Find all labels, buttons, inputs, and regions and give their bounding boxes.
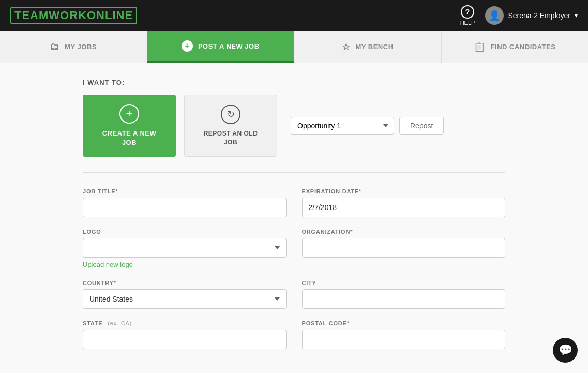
form-row-logo-org: LOGO Upload new logo ORGANIZATION* (83, 229, 505, 268)
logo-teamwork: TEAMWORK (14, 9, 87, 22)
tab-find-candidates[interactable]: 📋 FIND CANDIDATES (442, 31, 589, 63)
logo-select[interactable] (83, 238, 287, 258)
repost-old-job-label: REPOST AN OLD JOB (204, 129, 258, 147)
chat-icon: 💬 (559, 344, 572, 357)
city-label: CITY (302, 280, 506, 286)
job-title-label: JOB TITLE* (83, 188, 287, 195)
briefcase-icon: 🗂 (50, 41, 60, 52)
refresh-icon: ↻ (221, 105, 240, 124)
chat-bubble-button[interactable]: 💬 (553, 338, 578, 363)
main-content: I WANT TO: + CREATE A NEW JOB ↻ REPOST A… (0, 63, 588, 373)
section-divider (83, 172, 505, 173)
expiration-date-input[interactable] (302, 198, 506, 217)
logo-group: LOGO Upload new logo (83, 229, 287, 268)
form-row-title-expiry: JOB TITLE* EXPIRATION DATE* (83, 188, 505, 217)
postal-code-input[interactable] (302, 330, 506, 349)
expiration-date-group: EXPIRATION DATE* (302, 188, 506, 217)
user-menu[interactable]: 👤 Serena-2 Employer ▾ (485, 6, 578, 25)
postal-code-group: POSTAL CODE* (302, 320, 506, 349)
postal-code-label: POSTAL CODE* (302, 320, 506, 326)
organization-group: ORGANIZATION* (302, 229, 506, 268)
opportunity-select[interactable]: Opportunity 1 Opportunity 2 Opportunity … (291, 117, 394, 135)
state-input[interactable] (83, 330, 287, 349)
job-title-group: JOB TITLE* (83, 188, 287, 217)
header: TEAMWORKONLINE ? HELP 👤 Serena-2 Employe… (0, 0, 588, 31)
state-group: STATE (ex. CA) (83, 320, 287, 349)
tab-post-new-job[interactable]: + POST A NEW JOB (147, 31, 295, 63)
opportunity-area: Opportunity 1 Opportunity 2 Opportunity … (291, 117, 444, 135)
form-row-state-postal: STATE (ex. CA) POSTAL CODE* (83, 320, 505, 349)
city-group: CITY (302, 280, 506, 309)
create-plus-icon: + (119, 104, 139, 124)
tab-my-jobs-label: MY JOBS (65, 43, 97, 51)
candidates-icon: 📋 (474, 41, 486, 53)
logo-border: TEAMWORKONLINE (10, 7, 137, 24)
action-row: + CREATE A NEW JOB ↻ REPOST AN OLD JOB O… (83, 95, 505, 157)
logo-text: TEAMWORKONLINE (14, 9, 133, 22)
expiration-date-label: EXPIRATION DATE* (302, 188, 506, 195)
country-group: COUNTRY* United States Canada United Kin… (83, 280, 287, 309)
tab-my-bench-label: MY BENCH (355, 43, 393, 51)
organization-input[interactable] (302, 238, 506, 258)
nav-tabs: 🗂 MY JOBS + POST A NEW JOB ☆ MY BENCH 📋 … (0, 31, 588, 63)
logo-online: ONLINE (87, 9, 133, 22)
tab-my-jobs[interactable]: 🗂 MY JOBS (0, 31, 147, 63)
form-row-country-city: COUNTRY* United States Canada United Kin… (83, 280, 505, 309)
upload-logo-link[interactable]: Upload new logo (83, 261, 287, 268)
tab-find-candidates-label: FIND CANDIDATES (491, 43, 556, 51)
city-input[interactable] (302, 289, 506, 309)
plus-icon: + (182, 40, 193, 52)
country-select[interactable]: United States Canada United Kingdom Aust… (83, 289, 287, 309)
repost-action-button[interactable]: Repost (399, 117, 444, 135)
create-new-job-button[interactable]: + CREATE A NEW JOB (83, 95, 176, 157)
tab-my-bench[interactable]: ☆ MY BENCH (294, 31, 442, 63)
job-title-input[interactable] (83, 198, 287, 217)
help-button[interactable]: ? HELP (460, 5, 475, 26)
user-name: Serena-2 Employer (508, 11, 570, 20)
repost-old-job-button[interactable]: ↻ REPOST AN OLD JOB (184, 95, 277, 157)
logo-label: LOGO (83, 229, 287, 235)
chevron-down-icon: ▾ (575, 12, 578, 19)
tab-post-new-job-label: POST A NEW JOB (198, 42, 260, 50)
create-new-job-label: CREATE A NEW JOB (102, 129, 156, 147)
help-icon: ? (461, 5, 474, 19)
i-want-to-label: I WANT TO: (83, 79, 505, 86)
organization-label: ORGANIZATION* (302, 229, 506, 235)
avatar: 👤 (485, 6, 504, 25)
header-right: ? HELP 👤 Serena-2 Employer ▾ (460, 5, 578, 26)
help-label: HELP (460, 20, 475, 26)
logo: TEAMWORKONLINE (10, 7, 137, 24)
country-label: COUNTRY* (83, 280, 287, 286)
star-icon: ☆ (342, 41, 351, 53)
state-label: STATE (ex. CA) (83, 320, 287, 326)
